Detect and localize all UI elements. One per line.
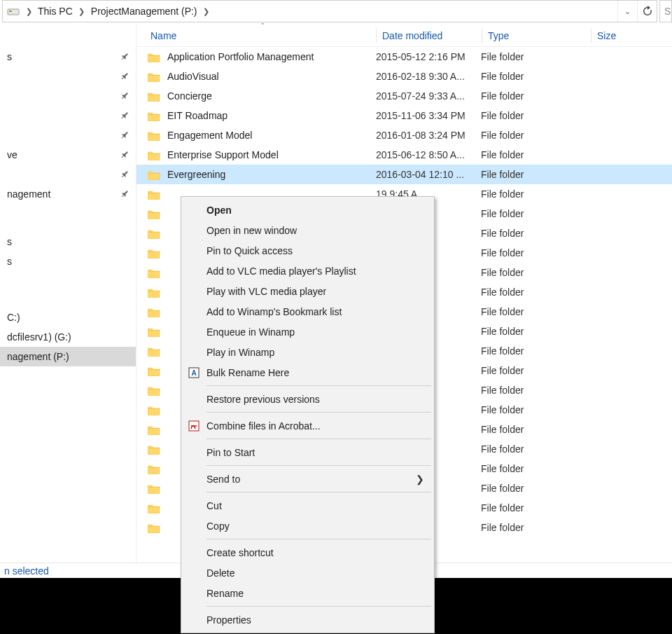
menu-item[interactable]: Open in new window [183, 220, 433, 240]
menu-item[interactable]: Play with VLC media player [183, 281, 433, 301]
menu-item[interactable]: Combine files in Acrobat... [183, 415, 433, 436]
file-type: File folder [481, 502, 589, 514]
sidebar-item-drive[interactable]: nagement (P:) [0, 347, 136, 366]
sidebar-item[interactable] [0, 212, 136, 232]
table-row[interactable]: Evergreening2016-03-04 12:10 ...File fol… [136, 165, 672, 184]
menu-item[interactable]: Pin to Start [183, 442, 433, 462]
folder-icon [148, 483, 160, 494]
file-type: File folder [481, 424, 589, 435]
folder-icon [148, 444, 160, 455]
menu-item[interactable]: Add to VLC media player's Playlist [183, 261, 433, 281]
table-row[interactable]: AudioVisual2016-02-18 9:30 A...File fold… [136, 67, 672, 86]
menu-item[interactable]: Open [183, 200, 433, 220]
crumb-project-management[interactable]: ProjectManagement (P:) [87, 1, 202, 22]
table-row[interactable]: EIT Roadmap2015-11-06 3:34 PMFile folder [136, 106, 672, 125]
sidebar-item[interactable]: s [0, 232, 136, 251]
sidebar-item[interactable]: s [0, 251, 136, 271]
chevron-right-icon: ❯ [416, 474, 424, 485]
menu-item[interactable]: Send to❯ [183, 469, 433, 489]
refresh-button[interactable] [637, 1, 657, 22]
menu-item-label: Delete [206, 567, 234, 579]
column-type[interactable]: Type [482, 30, 591, 41]
menu-item[interactable]: Play in Winamp [183, 342, 433, 362]
column-name[interactable]: Name [136, 30, 376, 41]
menu-item-label: Open [206, 205, 232, 216]
sidebar-item[interactable] [0, 86, 136, 106]
pin-icon [119, 71, 131, 83]
search-box[interactable]: S [659, 0, 672, 22]
folder-icon [148, 52, 160, 62]
folder-icon [148, 405, 160, 415]
sidebar-item[interactable] [0, 271, 136, 291]
sidebar-item-label: ve [7, 149, 18, 160]
file-name: Engagement Model [167, 130, 252, 141]
pin-icon [119, 149, 131, 161]
folder-icon [148, 464, 160, 474]
file-date: 2016-01-08 3:24 PM [376, 130, 481, 141]
table-row[interactable]: Engagement Model2016-01-08 3:24 PMFile f… [136, 125, 672, 145]
sidebar-item[interactable] [0, 125, 136, 145]
column-date[interactable]: Date modified [377, 30, 482, 41]
menu-item[interactable]: Cut [183, 495, 433, 516]
acrobat-icon [188, 420, 200, 432]
file-type: File folder [481, 110, 589, 121]
file-name: EIT Roadmap [167, 110, 227, 121]
sidebar-item[interactable]: nagement [0, 184, 136, 204]
folder-icon [148, 91, 160, 102]
history-dropdown-button[interactable]: ⌄ [617, 1, 637, 22]
menu-separator [206, 492, 431, 492]
sidebar-item-drive[interactable]: dcfilesrv1) (G:) [0, 327, 136, 347]
menu-item[interactable]: Add to Winamp's Bookmark list [183, 301, 433, 322]
file-type: File folder [481, 208, 589, 219]
column-headers[interactable]: ⌃ Name Date modified Type Size [136, 25, 672, 47]
sidebar-item[interactable]: s [0, 47, 136, 67]
menu-item[interactable]: Rename [183, 583, 433, 603]
file-type: File folder [481, 443, 589, 455]
folder-icon [148, 523, 160, 533]
menu-item[interactable]: ABulk Rename Here [183, 362, 433, 383]
sidebar-item[interactable]: ve [0, 145, 136, 165]
crumb-this-pc[interactable]: This PC [34, 1, 77, 22]
menu-separator [206, 539, 431, 539]
navigation-pane[interactable]: svenagement ss C:)dcfilesrv1) (G:)nageme… [0, 25, 136, 563]
context-menu[interactable]: OpenOpen in new windowPin to Quick acces… [181, 196, 435, 633]
column-size[interactable]: Size [592, 30, 672, 41]
menu-item-label: Play in Winamp [206, 347, 274, 358]
menu-item[interactable]: Pin to Quick access [183, 240, 433, 261]
sidebar-item-drive[interactable]: C:) [0, 308, 136, 327]
table-row[interactable]: Enterprise Support Model2015-06-12 8:50 … [136, 145, 672, 165]
menu-item[interactable]: Delete [183, 563, 433, 583]
file-date: 2016-02-18 9:30 A... [376, 71, 481, 82]
sidebar-item[interactable] [0, 106, 136, 125]
menu-item[interactable]: Copy [183, 516, 433, 536]
table-row[interactable]: Concierge2015-07-24 9:33 A...File folder [136, 86, 672, 106]
file-type: File folder [481, 365, 589, 376]
menu-item-label: Pin to Quick access [206, 245, 293, 256]
sidebar-item-label: s [7, 256, 12, 267]
menu-item-label: Pin to Start [206, 447, 255, 458]
table-row[interactable]: Application Portfolio Management2015-05-… [136, 47, 672, 67]
menu-item-label: Cut [206, 500, 222, 511]
sidebar-item-label: nagement [7, 188, 50, 200]
menu-item[interactable]: Create shortcut [183, 542, 433, 563]
file-type: File folder [481, 149, 589, 160]
file-type: File folder [481, 483, 589, 494]
chevron-right-icon[interactable]: ❯ [202, 7, 211, 16]
sidebar-item[interactable] [0, 67, 136, 86]
sidebar-item[interactable] [0, 165, 136, 184]
sidebar-item[interactable] [0, 27, 136, 47]
menu-item-label: Open in new window [206, 225, 297, 236]
chevron-right-icon[interactable]: ❯ [77, 7, 87, 16]
chevron-right-icon[interactable]: ❯ [24, 7, 34, 16]
menu-item[interactable]: Properties [183, 609, 433, 630]
menu-item-label: Send to [206, 474, 240, 485]
menu-item-label: Add to VLC media player's Playlist [206, 266, 356, 277]
address-bar[interactable]: ❯ This PC ❯ ProjectManagement (P:) ❯ ⌄ [2, 0, 657, 22]
chevron-down-icon: ⌄ [624, 7, 631, 16]
file-type: File folder [481, 169, 589, 180]
menu-item[interactable]: Restore previous versions [183, 389, 433, 409]
bulk-rename-icon: A [188, 367, 200, 378]
menu-item[interactable]: Enqueue in Winamp [183, 322, 433, 342]
folder-icon [148, 366, 160, 376]
folder-icon [148, 111, 160, 121]
